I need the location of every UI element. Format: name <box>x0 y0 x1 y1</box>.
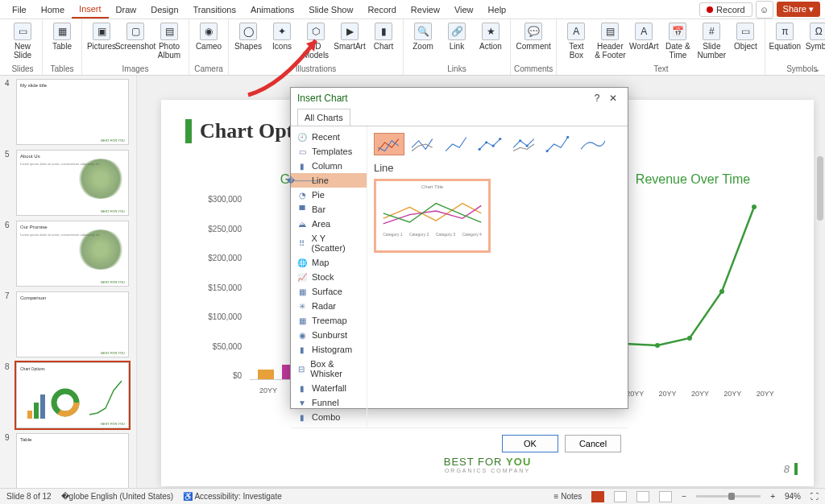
tab-view[interactable]: View <box>447 2 481 18</box>
right-chart[interactable]: Revenue Over Time 000000000000000$0 20YY… <box>604 172 781 396</box>
zoom-in-button[interactable]: + <box>770 492 775 501</box>
view-reading-button[interactable] <box>636 491 649 502</box>
ribbon-header-footer[interactable]: ▤Header& Footer <box>594 21 626 60</box>
dialog-titlebar[interactable]: Insert Chart ? ✕ <box>291 88 628 109</box>
chart-type-templates[interactable]: ▭Templates <box>291 144 367 159</box>
ribbon-link[interactable]: 🔗Link <box>441 21 473 51</box>
dialog-close-button[interactable]: ✕ <box>605 93 621 104</box>
feedback-button[interactable]: ☺ <box>756 1 773 19</box>
view-normal-button[interactable] <box>591 491 604 502</box>
ribbon-cameo[interactable]: ◉Cameo <box>193 21 225 51</box>
chart-type-bar[interactable]: ▀Bar <box>291 202 367 217</box>
tab-home[interactable]: Home <box>34 2 72 18</box>
ribbon-action[interactable]: ★Action <box>475 21 507 51</box>
thumbnail-9[interactable]: TableBEST FOR YOU <box>16 433 129 488</box>
chart-type-pie[interactable]: ◔Pie <box>291 188 367 202</box>
tab-review[interactable]: Review <box>404 2 447 18</box>
ribbon-pictures[interactable]: ▣Pictures <box>85 21 118 51</box>
share-button[interactable]: Share ▾ <box>777 2 820 17</box>
chart-type-surface[interactable]: ▦Surface <box>291 284 367 299</box>
cancel-button[interactable]: Cancel <box>565 435 621 452</box>
view-slideshow-button[interactable] <box>659 491 672 502</box>
line-subtype-4[interactable] <box>475 133 506 155</box>
status-accessibility[interactable]: ♿ Accessibility: Investigate <box>183 492 282 501</box>
chart-preview[interactable]: Chart Title Category 1Category 2Category… <box>374 179 491 253</box>
ribbon-symbol[interactable]: ΩSymbol <box>802 21 825 51</box>
chart-type-waterfall[interactable]: ▮Waterfall <box>291 381 367 395</box>
ribbon-shapes[interactable]: ◯Shapes <box>232 21 264 51</box>
chart-type-area[interactable]: ⛰Area <box>291 217 367 231</box>
tab-insert[interactable]: Insert <box>72 1 109 19</box>
line-subtype-2[interactable] <box>408 133 438 155</box>
tab-animations[interactable]: Animations <box>243 2 301 18</box>
ribbon-table[interactable]: ▦Table <box>46 21 78 51</box>
view-sorter-button[interactable] <box>614 491 627 502</box>
tab-record[interactable]: Record <box>360 2 403 18</box>
chart-type-x-y-scatter-[interactable]: ⠿X Y (Scatter) <box>291 231 367 255</box>
dialog-help-button[interactable]: ? <box>589 93 605 104</box>
line-subtype-3[interactable] <box>442 133 472 155</box>
status-language[interactable]: �globe English (United States) <box>61 492 174 501</box>
zoom-level[interactable]: 94% <box>785 492 801 501</box>
thumbnail-4[interactable]: My slide titleBEST FOR YOU <box>16 79 129 145</box>
thumbnail-wrap-5: 5About UsLorem ipsum dolor sit amet, con… <box>5 150 131 216</box>
line-subtype-6[interactable] <box>543 133 574 155</box>
tab-transitions[interactable]: Transitions <box>186 2 243 18</box>
thumbnail-wrap-4: 4My slide titleBEST FOR YOU <box>5 79 131 145</box>
ytick: $100,000 <box>193 312 242 321</box>
thumbnail-6[interactable]: Our PromiseLorem ipsum dolor sit amet, c… <box>16 221 129 287</box>
zoom-slider[interactable] <box>696 495 761 498</box>
notes-button[interactable]: ≡ Notes <box>554 492 582 501</box>
chart-type-radar[interactable]: ✳Radar <box>291 299 367 313</box>
chart-type-combo[interactable]: ▮Combo <box>291 410 367 424</box>
tab-slideshow[interactable]: Slide Show <box>301 2 360 18</box>
chart-type-column[interactable]: ▮Column <box>291 159 367 173</box>
slide-thumbnails-panel[interactable]: 4My slide titleBEST FOR YOU5About UsLore… <box>0 76 137 488</box>
ribbon-3d-models[interactable]: ⬡3DModels <box>300 21 332 60</box>
ribbon-zoom[interactable]: 🔍Zoom <box>407 21 439 51</box>
chart-type-line[interactable]: �────Line <box>291 173 367 188</box>
line-subtype-1[interactable] <box>374 133 404 155</box>
tab-help[interactable]: Help <box>481 2 514 18</box>
ribbon-collapse-button[interactable]: ⌄ <box>814 64 820 73</box>
chart-type-recent[interactable]: 🕘Recent <box>291 130 367 144</box>
ribbon-equation[interactable]: πEquation <box>769 21 801 51</box>
chart-type-funnel[interactable]: ▼Funnel <box>291 395 367 410</box>
pictures-icon: ▣ <box>93 23 110 40</box>
ribbon-new-slide[interactable]: ▭NewSlide <box>6 21 39 60</box>
tab-file[interactable]: File <box>5 2 34 18</box>
record-button[interactable]: Record <box>699 2 752 17</box>
chart-type-histogram[interactable]: ▮Histogram <box>291 342 367 357</box>
chart-type-stock[interactable]: 📈Stock <box>291 270 367 284</box>
ribbon-slide-number[interactable]: #SlideNumber <box>695 21 728 60</box>
ribbon-date-time[interactable]: 📅Date &Time <box>661 21 694 60</box>
ribbon-chart[interactable]: ▮Chart <box>367 21 400 51</box>
dialog-tab-allcharts[interactable]: All Charts <box>297 109 350 126</box>
ok-button[interactable]: OK <box>502 435 558 452</box>
thumbnail-8[interactable]: Chart OptionsBEST FOR YOU <box>16 362 129 428</box>
chart-type-sunburst[interactable]: ◉Sunburst <box>291 328 367 342</box>
chart-type-icon: ▀ <box>297 204 307 214</box>
ribbon-comment[interactable]: 💬Comment <box>517 21 549 51</box>
chart-type-map[interactable]: 🌐Map <box>291 255 367 270</box>
thumbnail-5[interactable]: About UsLorem ipsum dolor sit amet, cons… <box>16 150 129 216</box>
tab-design[interactable]: Design <box>143 2 185 18</box>
shapes-label: Shapes <box>234 42 262 51</box>
chart-type-treemap[interactable]: ▦Treemap <box>291 313 367 328</box>
ribbon-icons[interactable]: ✦Icons <box>266 21 298 51</box>
zoom-out-button[interactable]: − <box>682 492 686 501</box>
ribbon-screenshot[interactable]: ▢Screenshot <box>119 21 151 51</box>
thumbnail-7[interactable]: ComparisonBEST FOR YOU <box>16 291 129 357</box>
chart-type-box-whisker[interactable]: ⊟Box & Whisker <box>291 357 367 381</box>
fit-button[interactable]: ⛶ <box>810 492 819 501</box>
ribbon-object[interactable]: ▭Object <box>729 21 761 51</box>
line-subtype-5[interactable] <box>509 133 540 155</box>
ribbon-wordart[interactable]: AWordArt <box>628 21 660 51</box>
ribbon-photo-album[interactable]: ▤PhotoAlbum <box>153 21 185 60</box>
chart-type-list[interactable]: 🕘Recent▭Templates▮Column�────Line◔Pie▀Ba… <box>291 126 367 428</box>
tab-draw[interactable]: Draw <box>109 2 144 18</box>
line-subtype-7[interactable] <box>577 133 607 155</box>
vertical-scrollbar[interactable] <box>817 156 823 221</box>
ribbon-text-box[interactable]: ATextBox <box>560 21 592 60</box>
ribbon-smartart[interactable]: ▶SmartArt <box>334 21 366 51</box>
